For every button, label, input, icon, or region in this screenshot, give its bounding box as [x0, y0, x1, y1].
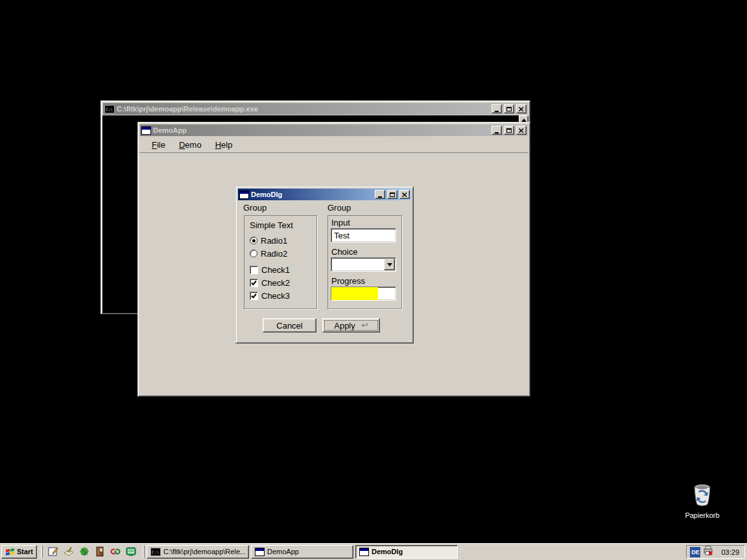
menu-demo[interactable]: Demo: [173, 138, 208, 152]
console-icon: C:\: [104, 105, 115, 113]
check3-label: Check3: [261, 291, 290, 301]
start-button[interactable]: Start: [1, 545, 37, 559]
demoapp-titlebar[interactable]: DemoApp: [140, 124, 528, 136]
console-title: C:\fltk\prj\demoapp\Release\demoapp.exe: [117, 105, 490, 113]
check2-label: Check2: [261, 278, 290, 288]
progress-bar: [331, 286, 396, 301]
demodlg-minimize-button[interactable]: [375, 190, 385, 199]
simple-text-label: Simple Text: [250, 220, 293, 230]
recycle-bin-icon: [691, 484, 713, 509]
demoapp-maximize-button[interactable]: [504, 126, 514, 135]
input-field[interactable]: [331, 228, 396, 242]
choice-label: Choice: [331, 247, 357, 257]
book-icon[interactable]: [94, 546, 105, 557]
return-key-icon: [359, 322, 368, 329]
left-group-label: Group: [243, 203, 267, 213]
windows-logo-icon: [5, 548, 15, 556]
document-pen-icon[interactable]: [47, 546, 58, 557]
radio2-label: Radio2: [261, 249, 287, 259]
right-groupbox: Input Choice Progress: [327, 215, 402, 309]
demodlg-title: DemoDlg: [251, 191, 373, 198]
demodlg-window-icon: [239, 191, 249, 199]
demodlg-window: DemoDlg Group Simple Text Radio1 Radio2: [235, 186, 414, 344]
printer-error-icon[interactable]: [703, 546, 713, 559]
checkbox-icon: [250, 292, 258, 300]
radio-icon: [250, 237, 257, 244]
clock[interactable]: 03:29: [721, 548, 739, 556]
taskbar-button-console[interactable]: C:\ C:\fltk\prj\demoapp\Rele...: [147, 545, 249, 559]
desktop: Papierkorb C:\ C:\fltk\prj\demoapp\Relea…: [0, 0, 747, 560]
language-indicator[interactable]: DE: [690, 547, 700, 557]
window-icon: [255, 548, 265, 556]
check1-label: Check1: [261, 265, 290, 275]
console-titlebar[interactable]: C:\ C:\fltk\prj\demoapp\Release\demoapp.…: [103, 103, 528, 115]
window-icon: [359, 548, 369, 556]
checkbox-check2[interactable]: Check2: [250, 277, 290, 288]
radio1-label: Radio1: [261, 236, 287, 246]
taskbar-grip[interactable]: [41, 546, 43, 558]
demodlg-client-area: Group Simple Text Radio1 Radio2 Check1: [237, 201, 412, 341]
infinity-icon[interactable]: [110, 546, 121, 557]
demoapp-title: DemoApp: [153, 126, 490, 134]
system-tray: DE 03:29: [686, 545, 745, 559]
checkbox-icon: [250, 266, 258, 274]
demoapp-minimize-button[interactable]: [492, 126, 502, 135]
taskbar-grip[interactable]: [143, 546, 145, 558]
close-icon: [519, 128, 524, 133]
checkbox-check3[interactable]: Check3: [250, 290, 290, 301]
cancel-button[interactable]: Cancel: [263, 318, 316, 332]
show-desktop-icon[interactable]: [63, 546, 74, 557]
quick-launch-bar: [45, 546, 139, 557]
checkbox-check1[interactable]: Check1: [250, 264, 290, 275]
menu-file[interactable]: File: [146, 138, 171, 152]
close-icon: [519, 107, 524, 111]
console-maximize-button[interactable]: [504, 104, 514, 113]
checkbox-icon: [250, 279, 258, 287]
close-icon: [402, 192, 407, 197]
demodlg-close-button[interactable]: [399, 190, 410, 199]
monitor-icon[interactable]: [125, 546, 136, 557]
progress-label: Progress: [331, 276, 365, 286]
choice-dropdown-button[interactable]: [384, 259, 395, 270]
left-groupbox: Simple Text Radio1 Radio2 Check1: [244, 215, 317, 309]
right-group-label: Group: [327, 203, 351, 213]
input-label: Input: [331, 218, 350, 228]
arrow-up-icon: [521, 116, 527, 122]
recycle-bin[interactable]: Papierkorb: [681, 484, 724, 519]
progress-bar-fill: [331, 287, 378, 300]
apply-button[interactable]: Apply: [322, 318, 380, 332]
taskbar: Start C:\ C:\flt: [0, 543, 747, 560]
console-minimize-button[interactable]: [492, 104, 502, 113]
recycle-bin-label: Papierkorb: [685, 511, 719, 519]
menu-help[interactable]: Help: [209, 138, 239, 152]
chevron-down-icon: [387, 263, 392, 269]
demodlg-maximize-button[interactable]: [387, 190, 397, 199]
menubar: File Demo Help: [139, 137, 528, 153]
demoapp-close-button[interactable]: [516, 126, 527, 135]
radio-icon: [250, 250, 257, 257]
demoapp-window-icon: [141, 126, 151, 135]
green-ball-icon[interactable]: [78, 546, 89, 557]
choice-dropdown[interactable]: [331, 257, 396, 272]
radio-radio1[interactable]: Radio1: [250, 235, 287, 246]
demodlg-titlebar[interactable]: DemoDlg: [238, 189, 411, 200]
console-close-button[interactable]: [516, 104, 527, 113]
taskbar-button-demoapp[interactable]: DemoApp: [251, 545, 353, 559]
console-icon: C:\: [150, 548, 161, 556]
taskbar-button-demodlg[interactable]: DemoDlg: [355, 545, 458, 559]
radio-radio2[interactable]: Radio2: [250, 248, 287, 259]
